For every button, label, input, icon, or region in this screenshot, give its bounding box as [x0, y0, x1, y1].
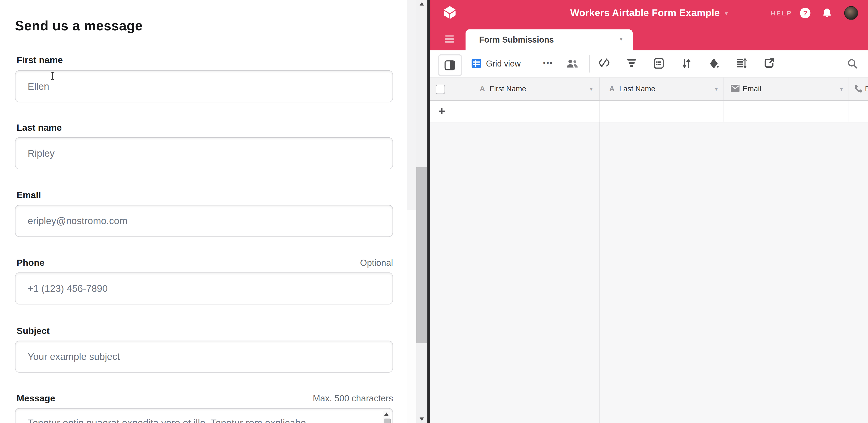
column-header-phone[interactable]: Phone: [848, 78, 868, 100]
filter-icon[interactable]: [627, 58, 637, 68]
column-caret-icon[interactable]: ▾: [715, 78, 718, 100]
column-name: Last Name: [619, 78, 655, 100]
email-label: Email: [17, 190, 41, 201]
email-input[interactable]: eripley@nostromo.com: [15, 205, 393, 237]
hamburger-menu-icon[interactable]: [445, 35, 454, 44]
grid-header-row: A First Name ▾ A Last Name ▾ Email ▾: [430, 78, 868, 100]
phone-label: Phone: [17, 258, 44, 268]
last-name-label: Last name: [17, 122, 62, 133]
user-avatar[interactable]: [844, 6, 858, 20]
last-name-input[interactable]: Ripley: [15, 138, 393, 170]
phone-input[interactable]: +1 (123) 456-7890: [15, 272, 393, 305]
tab-caret-icon: ▾: [620, 36, 622, 42]
tab-form-submissions[interactable]: Form Submissions ▾: [465, 29, 632, 50]
screenshot-viewport: Send us a message First name Ellen Last …: [0, 0, 868, 423]
base-title-caret-icon[interactable]: ▾: [725, 10, 728, 17]
row-height-icon[interactable]: [736, 58, 747, 68]
sidebar-toggle-icon: [444, 60, 455, 70]
airtable-window: Workers Airtable Form Example ▾ HELP ? F…: [430, 0, 868, 423]
last-name-value: Ripley: [28, 138, 55, 169]
message-value: Tenetur optio quaerat expedita vero et i…: [28, 418, 306, 423]
page-scrollbar-thumb[interactable]: [416, 167, 427, 343]
email-value: eripley@nostromo.com: [28, 206, 127, 237]
search-icon[interactable]: [847, 59, 858, 68]
first-name-input[interactable]: Ellen: [15, 70, 393, 103]
grid-view-icon: [472, 59, 481, 68]
email-field-type-icon: [731, 85, 739, 92]
message-label: Message: [17, 393, 55, 404]
hide-fields-icon[interactable]: [599, 58, 610, 68]
scroll-down-arrow-icon[interactable]: [420, 418, 424, 421]
phone-optional-note: Optional: [360, 258, 393, 268]
column-name: First Name: [490, 78, 526, 100]
view-name[interactable]: Grid view: [486, 50, 521, 77]
base-title[interactable]: Workers Airtable Form Example: [570, 7, 720, 19]
toolbar-divider: [589, 55, 590, 72]
textarea-scrollbar[interactable]: [383, 411, 390, 423]
scroll-up-arrow-icon[interactable]: [384, 413, 389, 416]
first-name-label: First name: [17, 55, 63, 65]
window-divider: [427, 0, 430, 423]
question-help-icon[interactable]: ?: [800, 8, 810, 19]
pane-edge-strip: [407, 210, 416, 423]
column-divider: [723, 101, 724, 122]
message-maxchars-note: Max. 500 characters: [313, 394, 393, 404]
text-field-type-icon: A: [480, 78, 485, 100]
message-textarea[interactable]: Tenetur optio quaerat expedita vero et i…: [15, 408, 393, 423]
column-name: Phone: [865, 78, 868, 100]
pane-edge-strip: [407, 0, 416, 210]
text-cursor-icon: [50, 71, 55, 80]
phone-value: +1 (123) 456-7890: [28, 273, 107, 304]
share-view-icon[interactable]: [765, 58, 774, 68]
column-caret-icon[interactable]: ▾: [840, 78, 843, 100]
sort-icon[interactable]: [682, 58, 691, 69]
toggle-view-sidebar-button[interactable]: [438, 54, 462, 76]
column-header-email[interactable]: Email ▾: [723, 78, 849, 100]
subject-value: Your example subject: [28, 341, 120, 372]
column-caret-icon[interactable]: ▾: [590, 78, 592, 100]
column-header-last-name[interactable]: A Last Name ▾: [599, 78, 724, 100]
view-options-dots-button[interactable]: •••: [543, 50, 553, 76]
frozen-column-divider: [599, 122, 599, 423]
phone-field-type-icon: [854, 85, 862, 93]
add-row-row[interactable]: +: [430, 101, 868, 122]
text-field-type-icon: A: [609, 78, 615, 100]
subject-input[interactable]: Your example subject: [15, 341, 393, 373]
notifications-bell-icon[interactable]: [822, 8, 832, 19]
airtable-titlebar: Workers Airtable Form Example ▾ HELP ?: [430, 0, 868, 26]
help-button[interactable]: HELP: [771, 10, 792, 16]
first-name-value: Ellen: [28, 71, 49, 102]
subject-label: Subject: [17, 326, 50, 336]
collaborators-icon[interactable]: [566, 59, 579, 68]
column-divider: [848, 101, 849, 122]
scroll-thumb[interactable]: [384, 419, 391, 423]
group-icon[interactable]: [654, 58, 664, 69]
airtable-tabbar: Form Submissions ▾ SHARE: [430, 26, 868, 50]
form-title: Send us a message: [15, 18, 143, 34]
add-record-button[interactable]: +: [438, 101, 445, 122]
column-divider: [599, 101, 599, 122]
scroll-up-arrow-icon[interactable]: [420, 2, 424, 5]
tab-label: Form Submissions: [479, 29, 554, 50]
column-header-first-name[interactable]: A First Name ▾: [430, 78, 599, 100]
color-icon[interactable]: [709, 58, 719, 69]
column-name: Email: [743, 78, 761, 100]
contact-form-pane: Send us a message First name Ellen Last …: [0, 0, 416, 423]
